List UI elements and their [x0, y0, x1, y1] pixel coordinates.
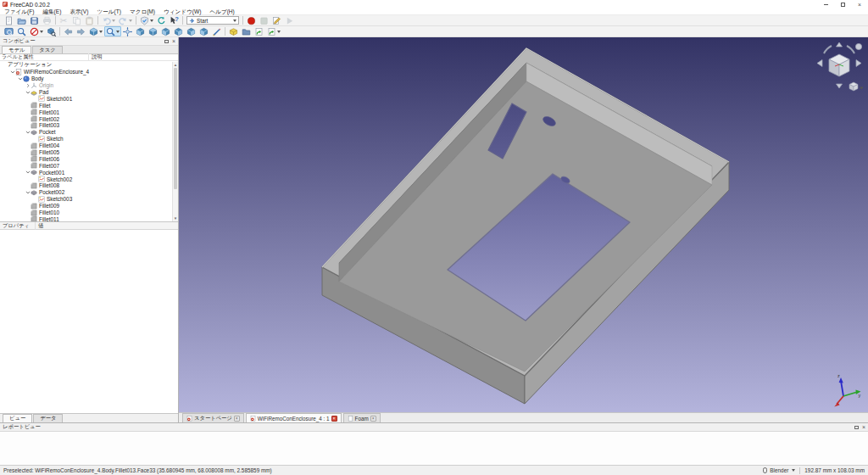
tab-close-icon[interactable]: ×: [234, 416, 240, 422]
paste-button[interactable]: [83, 15, 96, 25]
close-button[interactable]: ×: [851, 0, 868, 8]
view-home-button[interactable]: [87, 26, 104, 36]
float-panel-icon[interactable]: [164, 40, 169, 43]
float-report-icon[interactable]: [854, 426, 859, 429]
close-panel-icon[interactable]: ×: [172, 39, 175, 43]
tree-item-Body[interactable]: Body: [0, 75, 178, 82]
menu-item-1[interactable]: 編集(E): [38, 8, 65, 15]
redo-button[interactable]: [117, 15, 134, 25]
combo-view-tab-0[interactable]: モデル: [2, 46, 31, 53]
tree-item-Fillet001[interactable]: Fillet001: [0, 109, 178, 115]
view-left-button[interactable]: [198, 26, 210, 36]
tree-item-Fillet003[interactable]: Fillet003: [0, 122, 178, 129]
scroll-down-icon[interactable]: ▼: [173, 215, 178, 221]
create-part-button[interactable]: [227, 26, 240, 36]
view-front-button[interactable]: [134, 26, 147, 36]
cut-button[interactable]: ✂: [58, 15, 70, 25]
fit-all-button[interactable]: [3, 26, 15, 36]
link-actions-button[interactable]: [265, 26, 282, 36]
refresh-button[interactable]: [155, 15, 168, 25]
tree-item-Fillet010[interactable]: Fillet010: [0, 210, 178, 216]
fit-selection-button[interactable]: [15, 26, 28, 36]
print-button[interactable]: [41, 15, 53, 25]
view-bottom-button[interactable]: [185, 26, 198, 36]
enclosure-model[interactable]: [179, 37, 868, 412]
tree-item-Origin[interactable]: Origin: [0, 82, 178, 89]
tree-item-Fillet[interactable]: Fillet: [0, 102, 178, 109]
whats-this-button[interactable]: ?: [168, 15, 181, 25]
nav-style-selector[interactable]: Blender: [770, 467, 788, 473]
nav-forward-button[interactable]: [75, 26, 87, 36]
minimize-button[interactable]: [817, 0, 834, 8]
tree-item-Sketch[interactable]: Sketch: [0, 136, 178, 142]
tree-item-Sketch002[interactable]: Sketch002: [0, 176, 178, 182]
menu-item-2[interactable]: 表示(V): [65, 8, 92, 15]
open-button[interactable]: [15, 15, 28, 25]
expander-open-icon[interactable]: [25, 190, 31, 195]
tree-item-Fillet002[interactable]: Fillet002: [0, 115, 178, 122]
expander-open-icon[interactable]: [25, 90, 31, 95]
new-document-button[interactable]: [3, 15, 15, 25]
tree-item-WiFiRemoConEnclosure_4[interactable]: WiFiRemoConEnclosure_4: [0, 69, 178, 75]
measure-button[interactable]: [210, 26, 223, 36]
selection-filter-button[interactable]: [138, 15, 155, 25]
property-editor[interactable]: [0, 230, 178, 413]
tree-item-Pocket[interactable]: Pocket: [0, 129, 178, 136]
select-bbox-button[interactable]: [45, 26, 58, 36]
scrollbar-thumb[interactable]: [174, 68, 177, 189]
tree-item-Pad[interactable]: Pad: [0, 89, 178, 96]
tree-item-Pocket002[interactable]: Pocket002: [0, 189, 178, 196]
tree-item-Fillet011[interactable]: Fillet011: [0, 215, 178, 221]
combo-view-tab-1[interactable]: タスク: [32, 46, 62, 53]
view-top-button[interactable]: [147, 26, 159, 36]
tree-scrollbar[interactable]: ▲ ▼: [172, 62, 178, 221]
maximize-button[interactable]: [834, 0, 851, 8]
menu-item-6[interactable]: ヘルプ(H): [205, 8, 238, 15]
macro-edit-button[interactable]: [270, 15, 283, 25]
expander-open-icon[interactable]: [17, 76, 23, 81]
tree-item-アプリケーション[interactable]: アプリケーション: [0, 62, 178, 69]
tab-close-icon[interactable]: ×: [331, 416, 337, 422]
tree-item-Fillet009[interactable]: Fillet009: [0, 203, 178, 210]
nav-back-button[interactable]: [62, 26, 75, 36]
tree-item-Pocket001[interactable]: Pocket001: [0, 169, 178, 176]
tree-item-Fillet007[interactable]: Fillet007: [0, 162, 178, 169]
close-report-icon[interactable]: ×: [862, 425, 865, 429]
menu-item-3[interactable]: ツール(T): [92, 8, 125, 15]
view-fit-button[interactable]: [121, 26, 134, 36]
view-rear-button[interactable]: [172, 26, 185, 36]
expander-open-icon[interactable]: [25, 130, 31, 135]
tab-close-icon[interactable]: ×: [370, 416, 376, 422]
workbench-selector[interactable]: Start: [186, 16, 239, 25]
tree-item-Fillet004[interactable]: Fillet004: [0, 142, 178, 149]
make-link-button[interactable]: [253, 26, 265, 36]
3d-viewport[interactable]: z y: [179, 37, 868, 412]
tree-item-Fillet008[interactable]: Fillet008: [0, 182, 178, 189]
scroll-up-icon[interactable]: ▲: [173, 62, 178, 68]
tab-wifi-remocon-enclosure[interactable]: WiFiRemoConEnclosure_4 : 1×: [246, 413, 342, 422]
menu-item-5[interactable]: ウィンドウ(W): [159, 8, 205, 15]
tab-start-page[interactable]: スタートページ×: [182, 413, 244, 422]
undo-button[interactable]: [100, 15, 117, 25]
tree-item-Sketch001[interactable]: Sketch001: [0, 95, 178, 102]
view-right-button[interactable]: [159, 26, 172, 36]
expander-open-icon[interactable]: [25, 170, 31, 175]
create-group-button[interactable]: [240, 26, 253, 36]
tree-item-Sketch003[interactable]: Sketch003: [0, 196, 178, 203]
macro-stop-button[interactable]: [258, 15, 270, 25]
macro-record-button[interactable]: [245, 15, 258, 25]
macro-run-button[interactable]: [283, 15, 296, 25]
zoom-tool-button[interactable]: [104, 26, 121, 36]
save-button[interactable]: [28, 15, 41, 25]
expander-open-icon[interactable]: [9, 70, 15, 75]
menu-item-4[interactable]: マクロ(M): [125, 8, 159, 15]
navigation-cube[interactable]: [815, 42, 863, 94]
property-tab-0[interactable]: ビュー: [3, 414, 32, 422]
menu-item-0[interactable]: ファイル(F): [0, 8, 38, 15]
expander-closed-icon[interactable]: [25, 83, 31, 88]
draw-style-button[interactable]: [28, 26, 45, 36]
tree-item-Fillet006[interactable]: Fillet006: [0, 155, 178, 162]
tree-item-Fillet005[interactable]: Fillet005: [0, 149, 178, 156]
property-tab-1[interactable]: データ: [33, 414, 63, 422]
copy-button[interactable]: [70, 15, 83, 25]
